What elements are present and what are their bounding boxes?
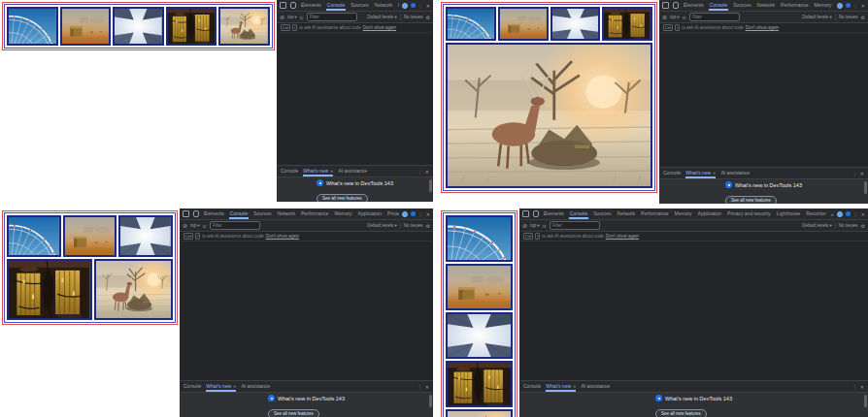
tab-network[interactable]: Network bbox=[374, 0, 393, 11]
issues-indicator-icon[interactable] bbox=[402, 3, 408, 9]
device-toolbar-icon[interactable] bbox=[533, 210, 539, 217]
drawer-kebab-menu-icon[interactable]: ⋮ bbox=[852, 171, 857, 176]
devtools-kebab-menu-icon[interactable]: ⋮ bbox=[853, 211, 858, 217]
console-settings-gear-icon[interactable]: ⚙ bbox=[426, 15, 430, 20]
drawer-scrollbar[interactable] bbox=[429, 395, 432, 407]
drawer-tab-whats-new[interactable]: What's new ✕ bbox=[303, 166, 333, 176]
tab-privacy-security[interactable]: Privacy and security bbox=[726, 208, 772, 219]
tab-sources[interactable]: Sources bbox=[252, 208, 272, 219]
see-all-features-button[interactable]: See all new features bbox=[268, 409, 319, 417]
see-all-features-button[interactable]: See all new features bbox=[725, 196, 777, 204]
tab-performance[interactable]: Performance bbox=[300, 208, 330, 219]
tab-console[interactable]: Console bbox=[229, 208, 249, 219]
inspect-element-icon[interactable] bbox=[280, 2, 286, 9]
console-filter-input[interactable] bbox=[307, 13, 357, 21]
clear-console-icon[interactable]: ⊘ bbox=[662, 14, 667, 20]
log-levels-dropdown[interactable]: Default levels ▾ bbox=[367, 223, 397, 228]
hint-dismiss-link[interactable]: Don't show again bbox=[363, 25, 396, 30]
close-tab-icon[interactable]: ✕ bbox=[573, 381, 576, 392]
clear-console-icon[interactable]: ⊘ bbox=[183, 222, 187, 229]
drawer-tab-console[interactable]: Console bbox=[523, 381, 541, 392]
drawer-tab-ai-assistance[interactable]: AI assistance bbox=[241, 381, 270, 392]
live-expression-eye-icon[interactable]: ⊙ bbox=[683, 15, 686, 20]
tab-recorder[interactable]: Recorder bbox=[805, 208, 827, 219]
close-devtools-icon[interactable]: ✕ bbox=[861, 211, 865, 217]
console-output-area[interactable] bbox=[519, 241, 868, 380]
close-devtools-icon[interactable]: ✕ bbox=[426, 3, 430, 9]
clear-console-icon[interactable]: ⊘ bbox=[280, 14, 284, 20]
console-output-area[interactable] bbox=[277, 33, 433, 165]
drawer-scrollbar[interactable] bbox=[864, 181, 867, 194]
close-tab-icon[interactable]: ✕ bbox=[330, 166, 333, 176]
log-levels-dropdown[interactable]: Default levels ▾ bbox=[367, 15, 397, 19]
live-expression-eye-icon[interactable]: ⊙ bbox=[300, 15, 304, 20]
tab-memory[interactable]: Memory bbox=[334, 208, 353, 219]
device-toolbar-icon[interactable] bbox=[673, 2, 679, 9]
profile-avatar[interactable] bbox=[846, 3, 851, 8]
tab-network[interactable]: Network bbox=[617, 208, 636, 219]
drawer-tab-whats-new[interactable]: What's new ✕ bbox=[546, 381, 576, 392]
drawer-kebab-menu-icon[interactable]: ⋮ bbox=[417, 384, 422, 390]
tab-sources[interactable]: Sources bbox=[592, 208, 612, 219]
see-all-features-button[interactable]: See all new features bbox=[655, 409, 707, 417]
console-settings-gear-icon[interactable]: ⚙ bbox=[861, 223, 865, 229]
tab-elements[interactable]: Elements bbox=[203, 208, 225, 219]
console-output-area[interactable] bbox=[180, 241, 433, 380]
drawer-tab-console[interactable]: Console bbox=[184, 381, 201, 392]
drawer-tab-ai-assistance[interactable]: AI assistance bbox=[581, 381, 610, 392]
live-expression-eye-icon[interactable]: ⊙ bbox=[203, 223, 207, 229]
drawer-tab-whats-new[interactable]: What's new ✕ bbox=[685, 168, 716, 178]
drawer-tab-ai-assistance[interactable]: AI assistance bbox=[338, 166, 367, 176]
console-filter-input[interactable] bbox=[689, 13, 740, 21]
profile-avatar[interactable] bbox=[411, 211, 416, 216]
issues-indicator-icon[interactable] bbox=[837, 3, 843, 9]
issues-indicator-icon[interactable] bbox=[837, 211, 843, 217]
frame-selector-dropdown[interactable]: top ▾ bbox=[287, 15, 297, 19]
tab-application[interactable]: Application bbox=[357, 208, 383, 219]
drawer-tab-console[interactable]: Console bbox=[663, 168, 681, 178]
tab-console[interactable]: Console bbox=[709, 0, 728, 11]
tab-application[interactable]: Application bbox=[697, 208, 722, 219]
issues-indicator-icon[interactable] bbox=[402, 211, 408, 217]
device-toolbar-icon[interactable] bbox=[290, 2, 296, 9]
tab-sources[interactable]: Sources bbox=[350, 0, 369, 11]
drawer-close-icon[interactable]: ✕ bbox=[860, 171, 864, 176]
inspect-element-icon[interactable] bbox=[662, 2, 669, 9]
tab-network[interactable]: Network bbox=[277, 208, 296, 219]
frame-selector-dropdown[interactable]: top ▾ bbox=[190, 223, 200, 228]
drawer-tab-ai-assistance[interactable]: AI assistance bbox=[720, 168, 750, 178]
drawer-close-icon[interactable]: ✕ bbox=[425, 384, 429, 390]
drawer-tab-whats-new[interactable]: What's new ✕ bbox=[206, 381, 236, 392]
inspect-element-icon[interactable] bbox=[522, 210, 529, 217]
drawer-scrollbar[interactable] bbox=[429, 179, 432, 192]
tab-memory[interactable]: Memory bbox=[814, 0, 833, 11]
close-devtools-icon[interactable]: ✕ bbox=[861, 3, 865, 9]
frame-selector-dropdown[interactable]: top ▾ bbox=[530, 223, 540, 228]
tab-performance[interactable]: Performance bbox=[780, 0, 810, 11]
console-settings-gear-icon[interactable]: ⚙ bbox=[426, 223, 430, 229]
devtools-kebab-menu-icon[interactable]: ⋮ bbox=[418, 3, 423, 9]
clear-console-icon[interactable]: ⊘ bbox=[522, 222, 527, 229]
frame-selector-dropdown[interactable]: top ▾ bbox=[670, 15, 680, 19]
hint-dismiss-link[interactable]: Don't show again bbox=[266, 234, 299, 239]
live-expression-eye-icon[interactable]: ⊙ bbox=[543, 223, 547, 229]
issues-counter[interactable]: No issues bbox=[839, 15, 858, 19]
issues-counter[interactable]: No issues bbox=[404, 15, 423, 19]
issues-counter[interactable]: No issues bbox=[404, 223, 423, 228]
devtools-kebab-menu-icon[interactable]: ⋮ bbox=[418, 211, 423, 217]
drawer-tab-console[interactable]: Console bbox=[281, 166, 298, 176]
log-levels-dropdown[interactable]: Default levels ▾ bbox=[802, 15, 832, 19]
hint-dismiss-link[interactable]: Don't show again bbox=[746, 25, 779, 30]
tab-network[interactable]: Network bbox=[756, 0, 776, 11]
drawer-kebab-menu-icon[interactable]: ⋮ bbox=[852, 384, 857, 390]
profile-avatar[interactable] bbox=[411, 3, 416, 8]
issues-counter[interactable]: No issues bbox=[839, 223, 858, 228]
tab-performance[interactable]: Performance bbox=[640, 208, 670, 219]
tab-elements[interactable]: Elements bbox=[543, 208, 565, 219]
inspect-element-icon[interactable] bbox=[183, 210, 189, 217]
tab-elements[interactable]: Elements bbox=[300, 0, 322, 11]
drawer-kebab-menu-icon[interactable]: ⋮ bbox=[417, 169, 422, 175]
close-tab-icon[interactable]: ✕ bbox=[233, 381, 236, 392]
drawer-close-icon[interactable]: ✕ bbox=[860, 384, 864, 390]
console-filter-input[interactable] bbox=[550, 221, 600, 230]
